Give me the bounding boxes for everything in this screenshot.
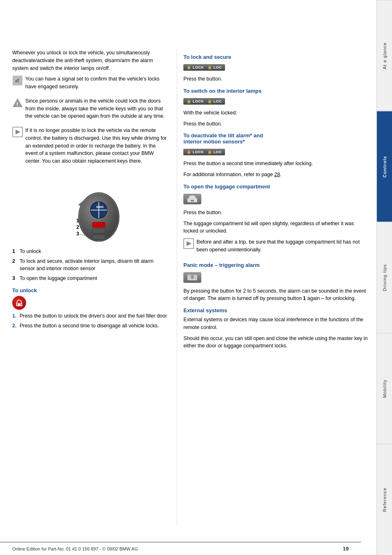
note-warning-box: ! Since persons or animals in the vehicl… <box>12 97 169 123</box>
sidebar-tab-controls-label: Controls <box>382 156 387 177</box>
lock-btn-graphic-1: 🔒 LOCK 🔒 LOC <box>183 64 225 71</box>
trunk-button-container <box>183 194 201 206</box>
svg-text:2: 2 <box>76 224 79 230</box>
main-content: Whenever you unlock or lock the vehicle,… <box>0 0 376 555</box>
luggage-body-2: The luggage compartment lid will open sl… <box>183 220 368 235</box>
svg-rect-15 <box>92 228 105 233</box>
list-item-2-text: To lock and secure, activate interior la… <box>20 257 169 273</box>
lock-btn-text-3: 🔒 LOCK 🔒 LOC <box>187 150 222 154</box>
sidebar-tab-driving-tips-label: Driving tips <box>382 264 387 291</box>
page-28-link[interactable]: 28 <box>274 172 280 177</box>
lock-btn-graphic-2: 🔒 LOCK 🔒 LOC <box>183 98 225 105</box>
sidebar-tab-reference-label: Reference <box>382 488 387 512</box>
lock-btn-text-1: 🔒 LOCK 🔒 LOC <box>187 65 222 69</box>
note-check-box: ✓ i You can have a signal set to confirm… <box>12 75 169 94</box>
luggage-heading: To open the luggage compartment <box>183 184 368 190</box>
sidebar-tab-mobility[interactable]: Mobility <box>377 333 392 444</box>
arrow-icon-container <box>12 127 24 168</box>
unlock-step-2: 2. Press the button a second time to dis… <box>12 322 169 330</box>
unlock-step-1: 1. Press the button to unlock the driver… <box>12 312 169 320</box>
note-check-icon-container: ✓ i <box>12 75 24 94</box>
tilt-alarm-body-2: For additional information, refer to pag… <box>183 171 368 179</box>
lock-secure-body: Press the button. <box>183 75 368 83</box>
panic-button-container <box>183 272 201 285</box>
right-column: To lock and secure 🔒 LOCK 🔒 LOC Press th… <box>177 49 376 526</box>
intro-paragraph: Whenever you unlock or lock the vehicle,… <box>12 49 169 72</box>
warning-icon-container: ! <box>12 97 24 123</box>
unlock-arrow-icon <box>16 299 23 307</box>
list-item-1: 1 To unlock <box>12 248 169 255</box>
note3-text: If it is no longer possible to lock the … <box>25 127 169 165</box>
left-column: Whenever you unlock or lock the vehicle,… <box>0 49 177 526</box>
top-spacer <box>0 0 376 49</box>
two-col-layout: Whenever you unlock or lock the vehicle,… <box>0 49 376 542</box>
to-unlock-heading: To unlock <box>12 287 169 293</box>
svg-text:3: 3 <box>76 231 79 237</box>
interior-lamps-button: 🔒 LOCK 🔒 LOC <box>183 98 225 107</box>
tilt-alarm-button: 🔒 LOCK 🔒 LOC <box>183 149 225 157</box>
luggage-note-text: Before and after a trip, be sure that th… <box>196 238 368 254</box>
svg-marker-27 <box>187 241 192 246</box>
sidebar-tab-mobility-label: Mobility <box>382 379 387 398</box>
unlock-step-2-text: Press the button a second time to diseng… <box>20 322 159 330</box>
sidebar-tab-driving-tips[interactable]: Driving tips <box>377 222 392 333</box>
note-arrow-box: If it is no longer possible to lock the … <box>12 127 169 168</box>
trunk-open-icon <box>187 195 198 203</box>
checkmark-note-icon: ✓ i <box>12 75 23 86</box>
note1-text: You can have a signal set to confirm tha… <box>25 75 169 91</box>
svg-text:1: 1 <box>76 218 79 224</box>
external-systems-heading: External systems <box>183 307 368 313</box>
interior-lamps-heading: To switch on the interior lamps <box>183 88 368 94</box>
list-num-3: 3 <box>12 275 20 282</box>
luggage-note-box: Before and after a trip, be sure that th… <box>183 238 368 257</box>
list-item-2: 2 To lock and secure, activate interior … <box>12 257 169 273</box>
tilt-alarm-body-1: Press the button a second time immediate… <box>183 160 368 168</box>
page-footer: Online Edition for Part-No. 01 41 0 156 … <box>0 542 361 555</box>
list-items: 1 To unlock 2 To lock and secure, activa… <box>12 248 169 282</box>
list-num-2: 2 <box>12 257 20 273</box>
unlock-button-graphic <box>12 296 26 310</box>
list-num-1: 1 <box>12 248 20 255</box>
sidebar-tab-reference[interactable]: Reference <box>377 444 392 555</box>
note2-text: Since persons or animals in the vehicle … <box>25 97 169 120</box>
svg-rect-23 <box>18 303 20 306</box>
tilt-alarm-heading: To deactivate the tilt alarm* andinterio… <box>183 132 368 145</box>
panic-button-icon <box>187 273 198 282</box>
sidebar-right: At a glance Controls Driving tips Mobili… <box>376 0 392 555</box>
svg-rect-25 <box>191 200 194 201</box>
sidebar-tab-at-a-glance-label: At a glance <box>382 42 387 69</box>
svg-rect-14 <box>92 222 105 227</box>
key-diagram-svg: BMW 1 2 3 <box>54 174 127 242</box>
lock-secure-heading: To lock and secure <box>183 54 368 60</box>
svg-rect-16 <box>92 235 105 239</box>
step-num-1: 1. <box>12 312 20 320</box>
page-number: 19 <box>343 546 349 552</box>
page-container: Whenever you unlock or lock the vehicle,… <box>0 0 392 555</box>
external-body-2: Should this occur, you can still open an… <box>183 335 368 350</box>
svg-marker-6 <box>16 130 20 134</box>
step-num-2: 2. <box>12 322 20 330</box>
lock-btn-text-2: 🔒 LOCK 🔒 LOC <box>187 99 222 103</box>
warning-triangle-icon: ! <box>12 97 23 108</box>
interior-lamps-body-1: With the vehicle locked: <box>183 109 368 117</box>
footer-text: Online Edition for Part-No. 01 41 0 156 … <box>12 546 138 551</box>
list-item-1-text: To unlock <box>20 248 41 255</box>
sidebar-tab-controls[interactable]: Controls <box>377 111 392 222</box>
trunk-btn-graphic <box>183 194 201 204</box>
sidebar-tab-at-a-glance[interactable]: At a glance <box>377 0 392 111</box>
svg-text:BMW: BMW <box>96 206 104 208</box>
luggage-arrow-icon <box>183 238 194 249</box>
panic-heading: Panic mode – triggering alarm <box>183 262 368 268</box>
svg-text:i: i <box>18 79 19 84</box>
unlock-step-1-text: Press the button to unlock the driver's … <box>20 312 167 320</box>
interior-lamps-body-2: Press the button. <box>183 120 368 128</box>
unlock-button-container <box>12 296 169 310</box>
luggage-body-1: Press the button. <box>183 209 368 217</box>
list-item-3-text: To open the luggage compartment <box>20 275 97 282</box>
list-item-3: 3 To open the luggage compartment <box>12 275 169 282</box>
lock-secure-button: 🔒 LOCK 🔒 LOC <box>183 64 225 73</box>
panic-body: By pressing the button for 2 to 5 second… <box>183 287 368 303</box>
panic-btn-graphic <box>183 272 201 283</box>
lock-btn-graphic-3: 🔒 LOCK 🔒 LOC <box>183 149 225 155</box>
luggage-note-icon-container <box>183 238 195 257</box>
